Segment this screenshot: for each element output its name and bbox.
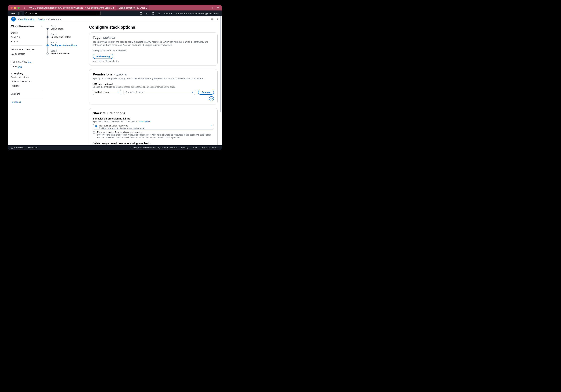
- wizard-steps: Step 1Create stack Step 2Specify stack d…: [45, 22, 85, 145]
- svg-line-1: [27, 14, 27, 14]
- svg-point-4: [159, 13, 159, 14]
- info-icon[interactable]: ⓘ: [211, 18, 214, 21]
- cloudshell-nav-icon[interactable]: [140, 12, 143, 15]
- minimize-window[interactable]: [14, 7, 16, 9]
- step-3[interactable]: Step 3Configure stack options: [46, 42, 85, 50]
- tags-description: Tags (key-value pairs) are used to apply…: [93, 40, 214, 47]
- tags-hint: You can add 50 more tag(s): [93, 60, 214, 62]
- footer-terms[interactable]: Terms: [192, 146, 197, 149]
- learn-more-link-1[interactable]: Learn more: [138, 120, 151, 123]
- collapse-sidebar-icon[interactable]: ‹: [42, 25, 42, 28]
- browser-tabbar: ‹ AWS Marketplace: attachmentAV powered …: [8, 5, 222, 11]
- sidebar-item-composer[interactable]: Infrastructure Composer: [11, 47, 42, 52]
- sidebar-item-hooks[interactable]: HooksNew: [11, 64, 42, 68]
- svg-rect-8: [11, 147, 13, 148]
- service-sidebar: CloudFormation ‹ Stacks StackSets Export…: [8, 22, 45, 145]
- sidebar-item-hooks-overview[interactable]: Hooks overviewNew: [11, 60, 42, 64]
- sidebar-feedback[interactable]: Feedback: [11, 100, 42, 104]
- step-2[interactable]: Step 2Specify stack details: [46, 33, 85, 42]
- service-menu-toggle[interactable]: [11, 17, 16, 21]
- footer-privacy[interactable]: Privacy: [181, 146, 188, 149]
- close-window[interactable]: [11, 7, 12, 9]
- sidebar-item-stacksets[interactable]: StackSets: [11, 35, 42, 39]
- browser-tab-2[interactable]: CloudFormation | eu-west-1: [116, 5, 149, 11]
- iam-role-sub: Choose the IAM role for CloudFormation t…: [93, 86, 214, 88]
- sidebar-item-spotlight[interactable]: Spotlight: [11, 92, 42, 96]
- provisioning-failure-header: Behavior on provisioning failure: [93, 117, 214, 120]
- refresh-roles-button[interactable]: ⟳: [209, 96, 214, 101]
- remove-role-button[interactable]: Remove: [198, 90, 214, 95]
- help-icon[interactable]: [152, 12, 154, 15]
- aws-footer: CloudShell Feedback © 2024, Amazon Web S…: [8, 145, 222, 150]
- tab-nav-back[interactable]: ‹: [22, 6, 26, 10]
- sidebar-title: CloudFormation: [11, 25, 34, 28]
- iam-role-name-select[interactable]: Sample-role-name: [124, 90, 195, 95]
- sidebar-item-publisher[interactable]: Publisher: [11, 84, 42, 88]
- aws-top-nav: aws ✕ Ireland ▾ AdministratorAccess/andr…: [8, 11, 222, 16]
- sidebar-registry-header[interactable]: Registry: [11, 72, 42, 75]
- sidebar-item-activated-ext[interactable]: Activated extensions: [11, 79, 42, 84]
- radio-preserve[interactable]: Preserve successfully provisioned resour…: [93, 131, 214, 139]
- browser-window: ‹ AWS Marketplace: attachmentAV powered …: [8, 5, 222, 150]
- crumb-service[interactable]: CloudFormation: [18, 18, 34, 21]
- aws-search-input[interactable]: [28, 12, 99, 15]
- breadcrumb: CloudFormation › Stacks › Create stack ⓘ…: [8, 16, 222, 22]
- traffic-lights: [8, 7, 22, 9]
- footer-cloudshell[interactable]: CloudShell: [11, 146, 24, 149]
- sidebar-item-stacks[interactable]: Stacks: [11, 31, 42, 35]
- step-1[interactable]: Step 1Create stack: [46, 25, 85, 33]
- iam-role-type-select[interactable]: IAM role name: [93, 90, 121, 95]
- aws-search[interactable]: ✕: [24, 11, 101, 16]
- sidebar-item-iac[interactable]: IaC generator: [11, 52, 42, 56]
- notifications-icon[interactable]: [146, 12, 149, 15]
- svg-point-0: [26, 12, 27, 14]
- clear-search-icon[interactable]: ✕: [97, 12, 99, 15]
- footer-cookies[interactable]: Cookie preferences: [201, 146, 219, 149]
- footer-copyright: © 2024, Amazon Web Services, Inc. or its…: [130, 146, 178, 149]
- main-content: Configure stack options Tags - optional …: [85, 22, 222, 145]
- browser-tab-1[interactable]: AWS Marketplace: attachmentAV powered by…: [26, 5, 116, 11]
- maximize-window[interactable]: [18, 7, 20, 9]
- sidebar-item-exports[interactable]: Exports: [11, 39, 42, 44]
- page-title: Configure stack options: [89, 25, 218, 30]
- radio-rollback-all[interactable]: Roll back all stack resourcesRoll back t…: [93, 124, 214, 129]
- crumb-current: Create stack: [48, 18, 61, 21]
- iam-role-label: IAM role - optional: [93, 83, 214, 85]
- permissions-panel: Permissions - optional Specify an existi…: [89, 69, 218, 104]
- crumb-stacks[interactable]: Stacks: [38, 18, 45, 21]
- footer-feedback[interactable]: Feedback: [28, 146, 37, 149]
- services-menu-icon[interactable]: [19, 12, 21, 15]
- account-menu[interactable]: AdministratorAccess/andreas@widdix.de ▾: [175, 12, 219, 15]
- region-selector[interactable]: Ireland ▾: [163, 12, 172, 15]
- failure-options-panel: Stack failure options Behavior on provis…: [89, 108, 218, 145]
- aws-logo[interactable]: aws: [8, 12, 19, 15]
- sidebar-item-public-ext[interactable]: Public extensions: [11, 75, 42, 79]
- add-tag-button[interactable]: Add new tag: [93, 54, 113, 59]
- new-tab-button[interactable]: ＋: [211, 6, 214, 10]
- refresh-page-icon[interactable]: ⟳: [217, 18, 219, 21]
- svg-rect-2: [140, 12, 142, 14]
- browser-menu-button[interactable]: ≡: [217, 6, 219, 10]
- tags-empty: No tags associated with the stack.: [93, 49, 214, 52]
- step-4: Step 4Review and create: [46, 50, 85, 58]
- settings-icon[interactable]: [158, 12, 161, 15]
- rollback-delete-header: Delete newly created resources during a …: [93, 142, 214, 145]
- scrollbar[interactable]: [219, 16, 221, 150]
- tags-panel: Tags - optional Tags (key-value pairs) a…: [89, 32, 218, 66]
